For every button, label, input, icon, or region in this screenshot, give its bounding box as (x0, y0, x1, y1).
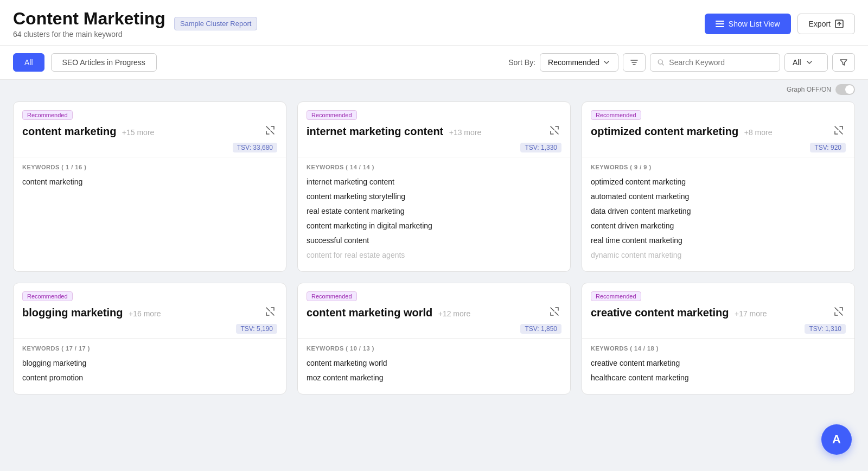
card-header: Recommended creative content marketing +… (582, 283, 854, 321)
tsv-row: TSV: 5,190 (14, 321, 286, 339)
card-header: Recommended blogging marketing +16 more (14, 283, 286, 321)
tsv-badge: TSV: 1,330 (520, 143, 561, 152)
recommended-badge: Recommended (307, 291, 357, 301)
card-title: internet marketing content (307, 125, 443, 137)
tab-all[interactable]: All (13, 53, 44, 72)
search-box[interactable] (650, 53, 780, 72)
sort-label: Sort By: (508, 58, 535, 67)
filter-funnel-button[interactable] (832, 53, 855, 72)
card-more: +13 more (449, 128, 482, 137)
cluster-card: Recommended content marketing world +12 … (297, 283, 571, 394)
card-body: KEYWORDS ( 17 / 17 ) blogging marketingc… (14, 339, 286, 394)
keyword-item: optimized content marketing (591, 175, 846, 189)
keyword-item: automated content marketing (591, 189, 846, 204)
keyword-item: internet marketing content (307, 175, 561, 189)
sort-section: Sort By: Recommended All (508, 53, 855, 72)
expand-icon (265, 125, 275, 135)
cluster-card: Recommended content marketing +15 more T… (13, 101, 286, 272)
keywords-label: KEYWORDS ( 17 / 17 ) (22, 345, 277, 352)
card-title: creative content marketing (591, 307, 729, 319)
svg-rect-2 (716, 26, 724, 27)
card-more: +12 more (438, 309, 471, 318)
graph-toggle-switch[interactable] (835, 84, 855, 95)
search-icon (657, 58, 665, 67)
card-more: +16 more (129, 309, 161, 318)
card-title-group: creative content marketing +17 more (591, 307, 767, 319)
keywords-label: KEYWORDS ( 14 / 14 ) (307, 164, 561, 170)
recommended-badge: Recommended (22, 291, 73, 301)
chevron-down-icon (806, 59, 813, 66)
card-title-group: optimized content marketing +8 more (591, 125, 772, 138)
keyword-item: content marketing storytelling (307, 189, 561, 204)
all-filter-dropdown[interactable]: All (784, 53, 828, 72)
card-title-group: content marketing +15 more (22, 125, 154, 138)
card-title-group: content marketing world +12 more (307, 307, 470, 319)
list-view-button[interactable]: Show List View (705, 14, 791, 34)
cluster-card: Recommended creative content marketing +… (582, 283, 855, 394)
keyword-item: content promotion (22, 371, 277, 385)
keyword-item: healthcare content marketing (591, 371, 846, 385)
card-body: KEYWORDS ( 14 / 18 ) creative content ma… (582, 339, 854, 394)
sort-icon (630, 58, 639, 67)
recommended-badge: Recommended (591, 110, 641, 120)
expand-button[interactable] (263, 304, 277, 321)
sort-value: Recommended (548, 58, 599, 67)
export-button[interactable]: Export (797, 14, 855, 34)
card-title: blogging marketing (22, 307, 123, 319)
expand-icon (834, 125, 844, 135)
svg-rect-1 (716, 23, 724, 24)
card-body: KEYWORDS ( 14 / 14 ) internet marketing … (298, 157, 570, 271)
tsv-row: TSV: 1,330 (298, 139, 570, 157)
card-body: KEYWORDS ( 1 / 16 ) content marketing (14, 157, 286, 198)
card-title-group: blogging marketing +16 more (22, 307, 161, 319)
tsv-badge: TSV: 920 (810, 143, 846, 152)
graph-toggle-label: Graph OFF/ON (787, 86, 831, 93)
keywords-label: KEYWORDS ( 1 / 16 ) (22, 164, 277, 170)
list-view-label: Show List View (729, 20, 780, 28)
sort-filter-button[interactable] (623, 53, 646, 72)
card-title-group: internet marketing content +13 more (307, 125, 481, 138)
sort-dropdown[interactable]: Recommended (540, 53, 618, 72)
expand-button[interactable] (832, 123, 846, 139)
card-more: +8 more (744, 128, 773, 137)
card-title: content marketing world (307, 307, 432, 319)
card-body: KEYWORDS ( 9 / 9 ) optimized content mar… (582, 157, 854, 271)
expand-button[interactable] (547, 123, 561, 139)
recommended-badge: Recommended (22, 110, 73, 120)
cards-container: Recommended content marketing +15 more T… (0, 95, 868, 408)
keyword-item: data driven content marketing (591, 204, 846, 219)
keywords-label: KEYWORDS ( 10 / 13 ) (307, 345, 561, 352)
keyword-item: blogging marketing (22, 356, 277, 371)
keyword-item: moz content marketing (307, 371, 561, 385)
cluster-card: Recommended internet marketing content +… (297, 101, 571, 272)
keyword-item: dynamic content marketing (591, 248, 846, 263)
tsv-badge: TSV: 1,850 (520, 324, 561, 334)
tab-seo-articles[interactable]: SEO Articles in Progress (51, 53, 157, 72)
expand-icon (834, 307, 844, 316)
funnel-icon (839, 58, 848, 67)
card-title-row: creative content marketing +17 more (591, 304, 846, 321)
card-title-row: content marketing +15 more (22, 123, 277, 139)
card-header: Recommended content marketing world +12 … (298, 283, 570, 321)
keywords-label: KEYWORDS ( 14 / 18 ) (591, 345, 846, 352)
header-actions: Show List View Export (705, 14, 855, 34)
list-icon (716, 20, 724, 28)
tsv-row: TSV: 33,680 (14, 139, 286, 157)
tsv-badge: TSV: 33,680 (233, 143, 277, 152)
page-title: Content Marketing (13, 9, 165, 29)
expand-button[interactable] (547, 304, 561, 321)
page-subtitle: 64 clusters for the main keyword (13, 30, 165, 39)
keyword-item: content marketing in digital marketing (307, 219, 561, 233)
all-filter-label: All (793, 58, 801, 67)
expand-button[interactable] (832, 304, 846, 321)
keyword-item: content driven marketing (591, 219, 846, 233)
card-title-row: optimized content marketing +8 more (591, 123, 846, 139)
card-title: optimized content marketing (591, 125, 738, 137)
card-title-row: blogging marketing +16 more (22, 304, 277, 321)
recommended-badge: Recommended (591, 291, 641, 301)
keyword-item: real time content marketing (591, 233, 846, 248)
search-input[interactable] (669, 58, 773, 67)
keyword-item: content for real estate agents (307, 248, 561, 263)
expand-button[interactable] (263, 123, 277, 139)
card-more: +17 more (735, 309, 767, 318)
